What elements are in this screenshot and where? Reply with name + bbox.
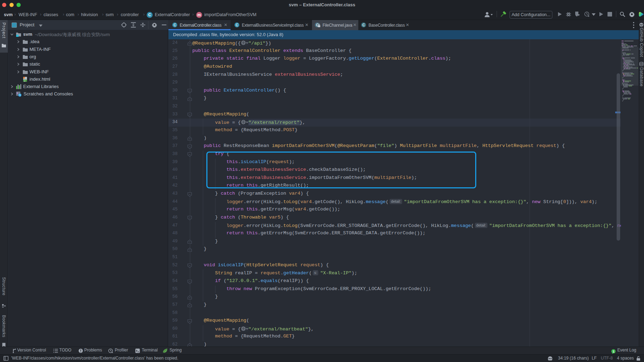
svg-text:1: 1	[613, 350, 615, 353]
svg-text:C: C	[362, 23, 365, 27]
svg-text:H: H	[24, 80, 25, 82]
svg-text:C: C	[173, 23, 176, 27]
svg-text:C: C	[235, 23, 238, 27]
